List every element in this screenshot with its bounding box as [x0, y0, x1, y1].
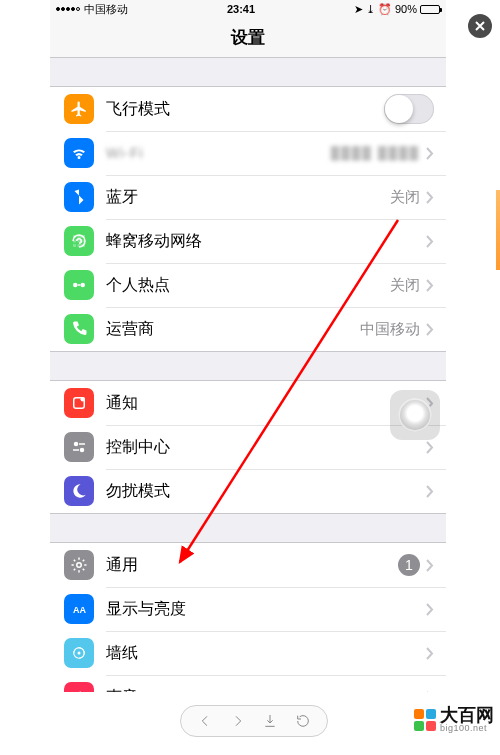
cell-label: 个人热点 — [106, 275, 390, 296]
svg-point-3 — [81, 397, 86, 402]
gear-icon — [64, 550, 94, 580]
cell-notifications[interactable]: 通知 — [50, 381, 446, 425]
phone-icon — [64, 314, 94, 344]
svg-point-0 — [73, 283, 78, 288]
carrier-label: 中国移动 — [84, 2, 128, 17]
cell-label: 显示与亮度 — [106, 599, 426, 620]
airplane-icon — [64, 94, 94, 124]
cell-bluetooth[interactable]: 蓝牙 关闭 — [50, 175, 446, 219]
navbar: 设置 — [50, 18, 446, 58]
watermark-title: 大百网 — [440, 706, 494, 724]
chevron-right-icon — [426, 485, 434, 498]
cell-cellular[interactable]: 蜂窝移动网络 — [50, 219, 446, 263]
cell-display[interactable]: AA 显示与亮度 — [50, 587, 446, 631]
next-icon[interactable] — [230, 713, 246, 729]
page-root: 中国移动 23:41 ➤ ⤓ ⏰ 90% 设置 — [0, 0, 500, 755]
chevron-right-icon — [426, 441, 434, 454]
cell-sound[interactable]: 声音 — [50, 675, 446, 692]
watermark: 大百网 big100.net — [414, 706, 494, 733]
cell-dnd[interactable]: 勿扰模式 — [50, 469, 446, 513]
cell-label: 蜂窝移动网络 — [106, 231, 426, 252]
settings-content[interactable]: 飞行模式 Wi-Fi ████ ████ — [50, 58, 446, 692]
download-icon[interactable] — [262, 713, 278, 729]
cell-value: ████ ████ — [331, 146, 420, 160]
assistive-touch-icon — [398, 398, 432, 432]
wifi-icon — [64, 138, 94, 168]
hotspot-icon — [64, 270, 94, 300]
cell-wallpaper[interactable]: 墙纸 — [50, 631, 446, 675]
chevron-right-icon — [426, 191, 434, 204]
svg-point-5 — [80, 448, 85, 453]
cell-label: 墙纸 — [106, 643, 426, 664]
chevron-right-icon — [426, 279, 434, 292]
status-bar: 中国移动 23:41 ➤ ⤓ ⏰ 90% — [50, 0, 446, 18]
page-title: 设置 — [231, 26, 265, 49]
cell-label: Wi-Fi — [106, 145, 331, 161]
battery-pct: 90% — [395, 3, 417, 15]
bluetooth-icon — [64, 182, 94, 212]
alarm-icon: ⏰ — [378, 3, 392, 16]
location-icon: ➤ — [354, 3, 363, 16]
settings-group-system: 通知 控制中心 勿扰模式 — [50, 380, 446, 514]
chevron-right-icon — [426, 647, 434, 660]
chevron-right-icon — [426, 603, 434, 616]
cellular-icon — [64, 226, 94, 256]
phone-screenshot: 中国移动 23:41 ➤ ⤓ ⏰ 90% 设置 — [50, 0, 446, 706]
watermark-url: big100.net — [440, 724, 494, 733]
cell-hotspot[interactable]: 个人热点 关闭 — [50, 263, 446, 307]
control-center-icon — [64, 432, 94, 462]
svg-point-9 — [78, 652, 81, 655]
notification-icon — [64, 388, 94, 418]
svg-text:AA: AA — [73, 605, 86, 615]
svg-point-1 — [81, 283, 86, 288]
chevron-right-icon — [426, 235, 434, 248]
chevron-right-icon — [426, 323, 434, 336]
cell-value: 关闭 — [390, 188, 420, 207]
cell-label: 声音 — [106, 687, 426, 693]
cell-value: 中国移动 — [360, 320, 420, 339]
cell-control-center[interactable]: 控制中心 — [50, 425, 446, 469]
close-button[interactable] — [468, 14, 492, 38]
badge: 1 — [398, 554, 420, 576]
rotate-icon[interactable] — [295, 713, 311, 729]
airplane-switch[interactable] — [384, 94, 434, 124]
watermark-logo — [414, 709, 436, 731]
cell-general[interactable]: 通用 1 — [50, 543, 446, 587]
cell-label: 通知 — [106, 393, 426, 414]
cell-label: 运营商 — [106, 319, 360, 340]
cell-carrier[interactable]: 运营商 中国移动 — [50, 307, 446, 351]
chevron-right-icon — [426, 559, 434, 572]
cell-label: 蓝牙 — [106, 187, 390, 208]
settings-group-device: 通用 1 AA 显示与亮度 — [50, 542, 446, 692]
image-viewer-toolbar — [180, 705, 328, 737]
cell-label: 飞行模式 — [106, 99, 384, 120]
assistive-touch-button[interactable] — [390, 390, 440, 440]
chevron-right-icon — [426, 691, 434, 693]
cell-value: 关闭 — [390, 276, 420, 295]
settings-group-connectivity: 飞行模式 Wi-Fi ████ ████ — [50, 86, 446, 352]
signal-icon — [56, 7, 80, 11]
edge-decoration — [496, 190, 500, 270]
svg-point-4 — [74, 442, 79, 447]
cell-label: 勿扰模式 — [106, 481, 426, 502]
chevron-right-icon — [426, 147, 434, 160]
battery-icon — [420, 5, 440, 14]
wallpaper-icon — [64, 638, 94, 668]
moon-icon — [64, 476, 94, 506]
cell-label: 控制中心 — [106, 437, 426, 458]
cell-airplane-mode[interactable]: 飞行模式 — [50, 87, 446, 131]
close-icon — [475, 21, 485, 31]
lock-icon: ⤓ — [366, 3, 375, 16]
display-icon: AA — [64, 594, 94, 624]
sound-icon — [64, 682, 94, 692]
prev-icon[interactable] — [197, 713, 213, 729]
cell-wifi[interactable]: Wi-Fi ████ ████ — [50, 131, 446, 175]
clock: 23:41 — [128, 3, 354, 15]
cell-label: 通用 — [106, 555, 398, 576]
svg-point-6 — [77, 563, 82, 568]
